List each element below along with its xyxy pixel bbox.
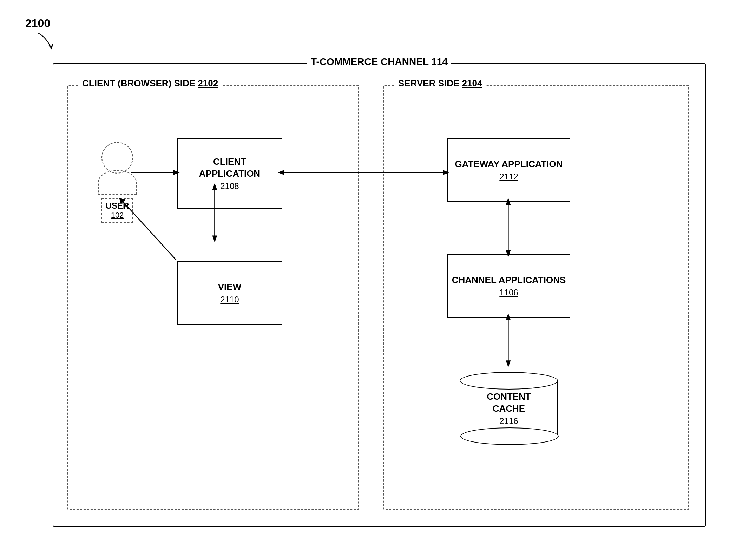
server-box-label: SERVER SIDE 2104 bbox=[395, 78, 486, 89]
content-cache-num: 2116 bbox=[499, 416, 518, 426]
user-body-icon bbox=[98, 170, 137, 195]
content-cache-cylinder: CONTENTCACHE 2116 bbox=[460, 372, 558, 460]
content-cache-container: CONTENTCACHE 2116 bbox=[451, 363, 567, 469]
diagram-number: 2100 bbox=[25, 17, 50, 30]
channel-apps-num: 1106 bbox=[499, 288, 518, 297]
client-app-title: CLIENTAPPLICATION bbox=[199, 156, 260, 180]
gateway-title: GATEWAY APPLICATION bbox=[455, 158, 563, 170]
view-box: VIEW 2110 bbox=[177, 261, 282, 325]
client-box-label: CLIENT (BROWSER) SIDE 2102 bbox=[79, 78, 222, 89]
client-browser-side-box: CLIENT (BROWSER) SIDE 2102 USER 102 CLIE… bbox=[67, 85, 359, 510]
gateway-num: 2112 bbox=[499, 172, 518, 182]
content-cache-label: CONTENTCACHE bbox=[487, 391, 531, 415]
client-application-box: CLIENTAPPLICATION 2108 bbox=[177, 138, 282, 209]
server-side-box: SERVER SIDE 2104 GATEWAY APPLICATION 211… bbox=[383, 85, 689, 510]
channel-applications-box: CHANNEL APPLICATIONS 1106 bbox=[447, 254, 570, 318]
user-head-icon bbox=[101, 142, 133, 174]
view-title: VIEW bbox=[218, 281, 241, 293]
outer-box-label: T-COMMERCE CHANNEL 114 bbox=[307, 56, 451, 67]
outer-box: T-COMMERCE CHANNEL 114 CLIENT (BROWSER) … bbox=[53, 63, 706, 527]
user-num: 102 bbox=[106, 211, 129, 220]
diagram-arrow-icon bbox=[35, 30, 56, 51]
user-label-box: USER 102 bbox=[101, 198, 133, 223]
cylinder-bottom bbox=[460, 427, 559, 445]
channel-apps-title: CHANNEL APPLICATIONS bbox=[452, 274, 566, 286]
user-figure: USER 102 bbox=[89, 142, 145, 223]
view-num: 2110 bbox=[220, 295, 239, 305]
user-label: USER bbox=[106, 201, 129, 211]
cylinder-top bbox=[460, 372, 558, 390]
gateway-application-box: GATEWAY APPLICATION 2112 bbox=[447, 138, 570, 202]
client-app-num: 2108 bbox=[220, 181, 239, 191]
